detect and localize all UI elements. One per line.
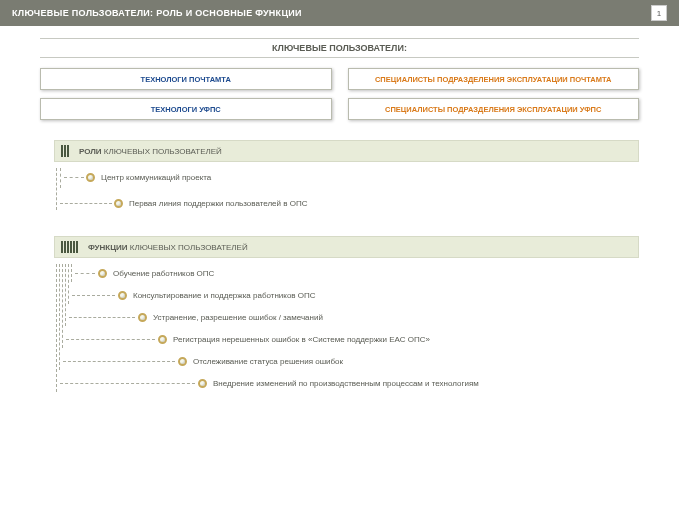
bullet-icon (158, 335, 167, 344)
slide-content: КЛЮЧЕВЫЕ ПОЛЬЗОВАТЕЛИ: ТЕХНОЛОГИ ПОЧТАМТ… (0, 26, 679, 414)
slide-header: КЛЮЧЕВЫЕ ПОЛЬЗОВАТЕЛИ: РОЛЬ И ОСНОВНЫЕ Ф… (0, 0, 679, 26)
item-text: Обучение работников ОПС (113, 269, 214, 278)
section-roles-title: РОЛИ КЛЮЧЕВЫХ ПОЛЬЗОВАТЕЛЕЙ (79, 147, 222, 156)
subtitle: КЛЮЧЕВЫЕ ПОЛЬЗОВАТЕЛИ: (40, 43, 639, 53)
list-item: Центр коммуникаций проекта (86, 170, 639, 184)
bullet-icon (198, 379, 207, 388)
section-roles-title-bold: РОЛИ (79, 147, 102, 156)
bars-icon (55, 145, 79, 157)
user-boxes: ТЕХНОЛОГИ ПОЧТАМТА СПЕЦИАЛИСТЫ ПОДРАЗДЕЛ… (40, 68, 639, 120)
list-item: Устранение, разрешение ошибок / замечани… (138, 310, 639, 324)
list-item: Консультирование и поддержка работников … (118, 288, 639, 302)
slide-title: КЛЮЧЕВЫЕ ПОЛЬЗОВАТЕЛИ: РОЛЬ И ОСНОВНЫЕ Ф… (12, 8, 302, 18)
bullet-icon (118, 291, 127, 300)
box-technologi-pochtamta: ТЕХНОЛОГИ ПОЧТАМТА (40, 68, 332, 90)
list-item: Внедрение изменений по производственным … (198, 376, 639, 390)
section-roles-header: РОЛИ КЛЮЧЕВЫХ ПОЛЬЗОВАТЕЛЕЙ (54, 140, 639, 162)
section-functions: ФУНКЦИИ КЛЮЧЕВЫХ ПОЛЬЗОВАТЕЛЕЙ Обучение … (54, 236, 639, 414)
item-text: Внедрение изменений по производственным … (213, 379, 479, 388)
box-specialisty-pochtamta: СПЕЦИАЛИСТЫ ПОДРАЗДЕЛЕНИЯ ЭКСПЛУАТАЦИИ П… (348, 68, 640, 90)
section-functions-title-rest: КЛЮЧЕВЫХ ПОЛЬЗОВАТЕЛЕЙ (128, 243, 248, 252)
item-text: Отслеживание статуса решения ошибок (193, 357, 343, 366)
page-number: 1 (651, 5, 667, 21)
bullet-icon (178, 357, 187, 366)
section-functions-header: ФУНКЦИИ КЛЮЧЕВЫХ ПОЛЬЗОВАТЕЛЕЙ (54, 236, 639, 258)
box-technologi-ufps: ТЕХНОЛОГИ УФПС (40, 98, 332, 120)
subtitle-wrap: КЛЮЧЕВЫЕ ПОЛЬЗОВАТЕЛИ: (40, 38, 639, 58)
item-text: Устранение, разрешение ошибок / замечани… (153, 313, 323, 322)
roles-tree: Центр коммуникаций проекта Первая линия … (54, 168, 639, 220)
item-text: Центр коммуникаций проекта (101, 173, 211, 182)
bullet-icon (98, 269, 107, 278)
bullet-icon (138, 313, 147, 322)
bullet-icon (114, 199, 123, 208)
section-roles-title-rest: КЛЮЧЕВЫХ ПОЛЬЗОВАТЕЛЕЙ (102, 147, 222, 156)
section-roles: РОЛИ КЛЮЧЕВЫХ ПОЛЬЗОВАТЕЛЕЙ Центр коммун… (54, 140, 639, 220)
item-text: Регистрация нерешенных ошибок в «Системе… (173, 335, 430, 344)
item-text: Первая линия поддержки пользователей в О… (129, 199, 307, 208)
item-text: Консультирование и поддержка работников … (133, 291, 316, 300)
list-item: Регистрация нерешенных ошибок в «Системе… (158, 332, 639, 346)
list-item: Обучение работников ОПС (98, 266, 639, 280)
section-functions-title: ФУНКЦИИ КЛЮЧЕВЫХ ПОЛЬЗОВАТЕЛЕЙ (88, 243, 248, 252)
functions-tree: Обучение работников ОПС Консультирование… (54, 264, 639, 414)
list-item: Первая линия поддержки пользователей в О… (114, 196, 639, 210)
section-functions-title-bold: ФУНКЦИИ (88, 243, 128, 252)
list-item: Отслеживание статуса решения ошибок (178, 354, 639, 368)
box-specialisty-ufps: СПЕЦИАЛИСТЫ ПОДРАЗДЕЛЕНИЯ ЭКСПЛУАТАЦИИ У… (348, 98, 640, 120)
bullet-icon (86, 173, 95, 182)
bars-icon (55, 241, 88, 253)
